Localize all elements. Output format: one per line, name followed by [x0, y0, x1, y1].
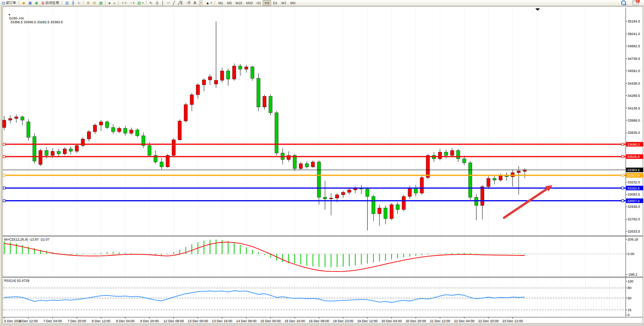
candle-body	[269, 96, 272, 113]
periods-button[interactable]: ◔▾	[128, 0, 136, 6]
candle-body	[378, 208, 381, 214]
toolbox-button[interactable]: ◆	[21, 0, 27, 6]
timeframe-w1-button[interactable]: W1	[279, 0, 288, 6]
time-tick-label: 12 Dec 08:00	[164, 319, 184, 323]
text-label-button[interactable]: T	[198, 0, 204, 6]
collapse-triangle-icon[interactable]: ▼	[8, 13, 11, 16]
line-endpoint-marker[interactable]	[622, 199, 624, 202]
toolbar-separator	[83, 1, 84, 5]
candle-body	[293, 156, 297, 169]
candlestick	[390, 203, 393, 220]
chart-shift-icon: ▹	[114, 1, 116, 5]
templates-button[interactable]: ▧▾	[136, 0, 145, 6]
signal-button[interactable]: ◉	[34, 0, 40, 6]
chart-header[interactable]: ▼ DJ30-,H4 33366.5 33406.5 33282.5 33383…	[4, 9, 63, 28]
candle-body	[214, 80, 218, 84]
line-endpoint-marker[interactable]	[3, 187, 5, 189]
candle-body	[172, 140, 175, 156]
candle-body	[8, 119, 12, 120]
candle-body	[396, 205, 399, 210]
vertical-line-button[interactable]: │	[160, 0, 165, 6]
dropdown-caret-icon[interactable]: ▾	[210, 2, 212, 5]
price-tick-label: 33083.5	[628, 193, 640, 196]
candle-body	[317, 162, 321, 198]
candlestick-chart-button[interactable]: ╂	[71, 0, 76, 6]
line-chart-button[interactable]: ∿	[76, 0, 82, 6]
horizontal-line-button[interactable]: ─	[165, 0, 171, 6]
autotrading-button[interactable]: ◍自动交易	[40, 0, 61, 6]
candle-body	[57, 151, 60, 154]
dropdown-caret-icon[interactable]: ▾	[142, 2, 144, 5]
text-button[interactable]: A	[192, 0, 198, 6]
timeframe-m15-button[interactable]: M15	[234, 0, 244, 6]
line-endpoint-marker[interactable]	[622, 156, 624, 158]
macd-label: MACD(12,26,9) -13.97 -22.07	[4, 238, 50, 241]
auto-scroll-button[interactable]: ▸	[107, 0, 112, 6]
tile-windows-button[interactable]: ▦	[98, 0, 104, 6]
line-endpoint-marker[interactable]	[622, 143, 624, 145]
clock-icon: ◔	[130, 1, 132, 5]
timeframe-m1-button[interactable]: M1	[217, 0, 225, 6]
zoom-in-button[interactable]: ⊕	[85, 0, 91, 6]
candle-body	[463, 159, 466, 163]
cursor-button[interactable]: ↖	[148, 0, 154, 6]
bar-chart-button[interactable]: ▥	[64, 0, 70, 6]
timeframe-h4-button[interactable]: H4	[263, 0, 271, 6]
trendline-button[interactable]: ╱	[171, 0, 177, 6]
time-tick-label: 16 Dec 08:00	[309, 319, 329, 323]
timeframe-d1-button[interactable]: D1	[271, 0, 279, 6]
fibonacci-button[interactable]: ┄F	[185, 0, 192, 6]
crosshair-button[interactable]: ┼	[154, 0, 160, 6]
add-indicator-icon: +	[122, 1, 124, 5]
candle-body	[220, 71, 224, 80]
line-endpoint-marker[interactable]	[3, 199, 5, 202]
price-tick-label: 34438.0	[628, 82, 640, 85]
chart-shift-button[interactable]: ▹	[112, 0, 117, 6]
macd-axis-label: 209.18	[628, 238, 638, 241]
price-tick-label: 34892.5	[628, 44, 640, 48]
candlestick	[469, 161, 472, 200]
toolbar-separator	[146, 1, 147, 5]
zoom-out-button[interactable]: ⊖	[91, 0, 97, 6]
timeframe-h1-button[interactable]: H1	[255, 0, 263, 6]
price-tick-label: 34739.5	[628, 57, 640, 61]
data-window-button[interactable]: ▣	[27, 0, 33, 6]
price-badge-33007.6: 33007.6	[626, 198, 643, 203]
equidistant-channel-button[interactable]: ╱E	[177, 0, 185, 6]
candle-body	[456, 151, 460, 159]
candle-body	[27, 122, 30, 137]
timeframe-mn-button[interactable]: MN	[288, 0, 297, 6]
candlestick	[420, 176, 424, 194]
line-endpoint-marker[interactable]	[3, 156, 5, 158]
candle-body	[275, 113, 278, 153]
rsi-axis-label: 15	[628, 308, 631, 312]
arrow-shape-icon: ▲	[206, 1, 209, 5]
search-button[interactable]	[620, 0, 628, 6]
zoom-in-icon: ⊕	[87, 1, 90, 5]
chart-canvas[interactable]: 35194.035041.034892.534739.534591.034438…	[0, 0, 644, 326]
candle-body	[45, 151, 48, 156]
candlestick	[33, 133, 36, 164]
chat-button[interactable]: 1	[631, 0, 640, 6]
candle-body	[475, 197, 478, 206]
arrows-button[interactable]: ▲▾	[204, 0, 213, 6]
timeframe-m30-button[interactable]: M30	[244, 0, 255, 6]
new-order-button[interactable]: ▤新订单	[0, 0, 18, 6]
candlestick-chart-icon: ╂	[72, 1, 74, 5]
price-tick-label: 32633.5	[628, 230, 640, 233]
indicators-button[interactable]: +▾	[120, 0, 128, 6]
line-endpoint-marker[interactable]	[622, 187, 624, 189]
line-endpoint-marker[interactable]	[3, 174, 5, 177]
price-tick-label: 32782.0	[628, 217, 640, 221]
candle-body	[14, 117, 18, 118]
candle-body	[420, 178, 424, 193]
dropdown-caret-icon[interactable]: ▾	[125, 2, 127, 5]
price-tick-label: 33232.0	[628, 180, 640, 184]
time-tick-label: 9 Dec 20:00	[140, 319, 159, 323]
timeframe-m5-button[interactable]: M5	[225, 0, 234, 6]
candlestick	[269, 94, 272, 115]
line-endpoint-marker[interactable]	[622, 174, 624, 177]
dropdown-caret-icon[interactable]: ▾	[133, 2, 135, 5]
line-endpoint-marker[interactable]	[3, 143, 5, 145]
crosshair-icon: ┼	[156, 1, 159, 5]
